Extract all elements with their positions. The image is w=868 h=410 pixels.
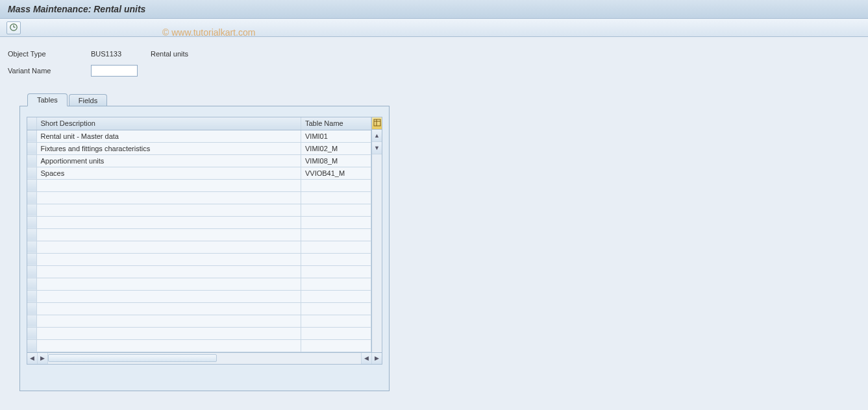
scroll-down-button[interactable]: ▼ bbox=[372, 142, 382, 154]
row-selector[interactable] bbox=[27, 265, 36, 278]
scroll-left-button[interactable]: ▶ bbox=[38, 353, 48, 364]
row-selector[interactable] bbox=[27, 204, 36, 216]
vscroll-track[interactable] bbox=[372, 154, 382, 352]
table-row-empty[interactable] bbox=[27, 216, 371, 228]
tab-panel: Short Description Table Name Rental unit… bbox=[19, 106, 390, 391]
cell-table-name[interactable]: VIMI01 bbox=[301, 130, 371, 142]
row-selector[interactable] bbox=[27, 142, 36, 154]
cell-table-name[interactable]: VVIOB41_M bbox=[301, 167, 371, 179]
grid-body: Rental unit - Master data VIMI01 Fixture… bbox=[27, 130, 371, 352]
row-selector[interactable] bbox=[27, 191, 36, 204]
variant-name-input[interactable] bbox=[91, 65, 138, 77]
row-selector[interactable] bbox=[27, 130, 36, 142]
table-row-empty[interactable] bbox=[27, 302, 371, 315]
tab-container: Tables Fields Short Description Table Na… bbox=[19, 91, 390, 391]
variant-name-row: Variant Name bbox=[8, 63, 860, 78]
execute-button[interactable] bbox=[6, 21, 21, 34]
object-type-desc: Rental units bbox=[151, 50, 188, 58]
tab-strip: Tables Fields bbox=[27, 91, 390, 106]
form-area: Object Type BUS1133 Rental units Variant… bbox=[0, 37, 868, 85]
cell-short-desc[interactable]: Fixtures and fittings characteristics bbox=[36, 142, 301, 154]
object-type-row: Object Type BUS1133 Rental units bbox=[8, 46, 860, 62]
select-all-cell[interactable] bbox=[27, 117, 36, 130]
object-type-label: Object Type bbox=[8, 50, 91, 58]
svg-rect-3 bbox=[374, 119, 380, 126]
tab-fields[interactable]: Fields bbox=[69, 94, 107, 106]
table-settings-button[interactable] bbox=[372, 117, 382, 130]
scroll-right-end-button[interactable]: ▶ bbox=[371, 353, 382, 364]
chevron-right-icon: ▶ bbox=[375, 355, 379, 361]
cell-short-desc[interactable]: Spaces bbox=[36, 167, 301, 179]
table-row[interactable]: Fixtures and fittings characteristics VI… bbox=[27, 142, 371, 154]
vertical-scrollbar[interactable]: ▲ ▼ bbox=[371, 117, 382, 352]
hscroll-thumb[interactable] bbox=[48, 354, 217, 362]
horizontal-scrollbar[interactable]: ◀ ▶ ◀ ▶ bbox=[27, 353, 382, 365]
chevron-up-icon: ▲ bbox=[374, 132, 380, 139]
chevron-left-icon: ◀ bbox=[364, 355, 369, 361]
row-selector[interactable] bbox=[27, 228, 36, 241]
grid-wrap: Short Description Table Name Rental unit… bbox=[27, 117, 382, 353]
table-row-empty[interactable] bbox=[27, 241, 371, 253]
table-row[interactable]: Rental unit - Master data VIMI01 bbox=[27, 130, 371, 142]
table-row-empty[interactable] bbox=[27, 339, 371, 352]
hscroll-track[interactable] bbox=[48, 353, 361, 364]
row-selector[interactable] bbox=[27, 302, 36, 315]
cell-short-desc[interactable]: Rental unit - Master data bbox=[36, 130, 301, 142]
row-selector[interactable] bbox=[27, 179, 36, 191]
chevron-left-icon: ◀ bbox=[30, 355, 34, 361]
cell-table-name[interactable]: VIMI02_M bbox=[301, 142, 371, 154]
row-selector[interactable] bbox=[27, 327, 36, 339]
row-selector[interactable] bbox=[27, 154, 36, 167]
row-selector[interactable] bbox=[27, 290, 36, 302]
table-row-empty[interactable] bbox=[27, 179, 371, 191]
table-row-empty[interactable] bbox=[27, 253, 371, 265]
object-type-value: BUS1133 bbox=[91, 50, 143, 58]
col-short-description[interactable]: Short Description bbox=[36, 117, 301, 130]
scroll-right-button[interactable]: ◀ bbox=[361, 353, 371, 364]
row-selector[interactable] bbox=[27, 216, 36, 228]
table-row-empty[interactable] bbox=[27, 228, 371, 241]
table-row-empty[interactable] bbox=[27, 290, 371, 302]
row-selector[interactable] bbox=[27, 241, 36, 253]
tables-grid: Short Description Table Name Rental unit… bbox=[27, 117, 371, 352]
page-title: Mass Maintenance: Rental units bbox=[8, 4, 145, 14]
table-settings-icon bbox=[373, 119, 381, 128]
table-row-empty[interactable] bbox=[27, 204, 371, 216]
chevron-down-icon: ▼ bbox=[374, 145, 380, 151]
clock-execute-icon bbox=[9, 23, 18, 33]
row-selector[interactable] bbox=[27, 315, 36, 327]
table-row-empty[interactable] bbox=[27, 278, 371, 290]
row-selector[interactable] bbox=[27, 339, 36, 352]
page-title-bar: Mass Maintenance: Rental units bbox=[0, 0, 868, 19]
cell-short-desc[interactable]: Apportionment units bbox=[36, 154, 301, 167]
table-row-empty[interactable] bbox=[27, 315, 371, 327]
row-selector[interactable] bbox=[27, 253, 36, 265]
chevron-right-icon: ▶ bbox=[40, 355, 45, 361]
toolbar bbox=[0, 19, 868, 37]
scroll-up-button[interactable]: ▲ bbox=[372, 130, 382, 142]
col-table-name[interactable]: Table Name bbox=[301, 117, 371, 130]
variant-name-label: Variant Name bbox=[8, 67, 91, 75]
table-row-empty[interactable] bbox=[27, 327, 371, 339]
table-row[interactable]: Apportionment units VIMI08_M bbox=[27, 154, 371, 167]
scroll-left-start-button[interactable]: ◀ bbox=[27, 353, 38, 364]
grid-header-row: Short Description Table Name bbox=[27, 117, 371, 130]
cell-table-name[interactable]: VIMI08_M bbox=[301, 154, 371, 167]
row-selector[interactable] bbox=[27, 167, 36, 179]
tab-tables[interactable]: Tables bbox=[27, 93, 68, 106]
row-selector[interactable] bbox=[27, 278, 36, 290]
table-row[interactable]: Spaces VVIOB41_M bbox=[27, 167, 371, 179]
table-row-empty[interactable] bbox=[27, 191, 371, 204]
table-row-empty[interactable] bbox=[27, 265, 371, 278]
